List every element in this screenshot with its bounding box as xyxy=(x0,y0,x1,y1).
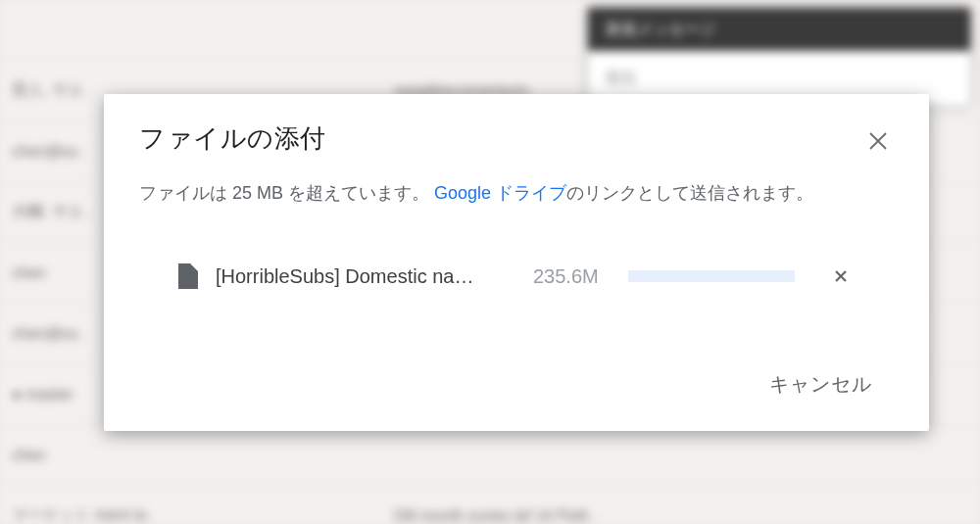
compose-to-label: 宛先 xyxy=(606,70,637,86)
compose-title: 新規メッセージ xyxy=(606,20,715,40)
upload-progress-bar xyxy=(628,270,795,282)
compose-window: 新規メッセージ 宛先 xyxy=(588,8,970,106)
message-before: ファイルは 25 MB を超えています。 xyxy=(139,183,429,203)
file-row: [HorribleSubs] Domestic na… 235.6M xyxy=(139,263,894,289)
cancel-button[interactable]: キャンセル xyxy=(758,363,884,405)
message-after: のリンクとして送信されます。 xyxy=(566,183,813,203)
google-drive-link[interactable]: Google ドライブ xyxy=(434,183,566,203)
mail-list-row: マーケット ment ia .Dill month zuries laf 14 … xyxy=(0,486,980,524)
remove-file-icon[interactable] xyxy=(830,265,852,287)
compose-header: 新規メッセージ xyxy=(588,8,970,51)
file-name: [HorribleSubs] Domestic na… xyxy=(216,265,502,288)
file-icon xyxy=(178,263,198,289)
attachment-dialog: ファイルの添付 ファイルは 25 MB を超えています。 Google ドライブ… xyxy=(104,94,929,431)
dialog-title: ファイルの添付 xyxy=(139,121,326,156)
close-icon[interactable] xyxy=(862,125,894,157)
file-size: 235.6M xyxy=(533,265,599,288)
mail-list-row: chen xyxy=(0,425,980,486)
dialog-message: ファイルは 25 MB を超えています。 Google ドライブのリンクとして送… xyxy=(139,180,894,207)
